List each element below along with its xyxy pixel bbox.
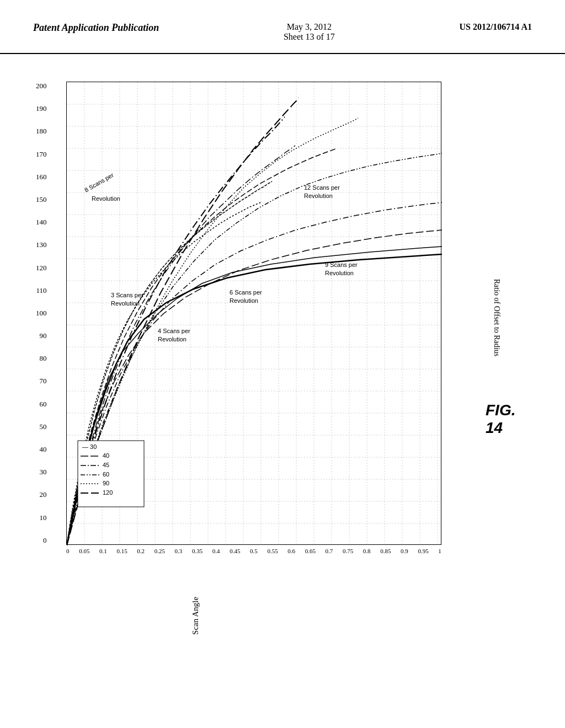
svg-text:Revolution: Revolution xyxy=(111,300,140,307)
svg-text:60: 60 xyxy=(103,471,109,478)
x-tick-075: 0.75 xyxy=(343,548,353,554)
svg-text:12 Scans per: 12 Scans per xyxy=(304,184,340,191)
svg-text:Revolution: Revolution xyxy=(325,270,354,276)
x-tick-045: 0.45 xyxy=(230,548,240,554)
y-tick-170: 170 xyxy=(36,150,47,159)
chart-container: 200 190 180 170 160 150 140 130 120 110 … xyxy=(66,82,486,589)
y-tick-200: 200 xyxy=(36,82,47,90)
x-tick-1: 1 xyxy=(438,548,441,554)
svg-text:— 30: — 30 xyxy=(82,443,97,450)
svg-text:120: 120 xyxy=(103,489,113,496)
y-tick-110: 110 xyxy=(36,286,47,295)
svg-text:Revolution: Revolution xyxy=(304,192,333,199)
svg-text:8 Scans per: 8 Scans per xyxy=(83,172,115,194)
x-tick-02: 0.2 xyxy=(137,548,145,554)
x-tick-0: 0 xyxy=(66,548,70,554)
x-tick-095: 0.95 xyxy=(418,548,428,554)
chart-svg: — 30 40 45 60 90 120 8 Scans per Revolut… xyxy=(67,82,442,545)
y-tick-140: 140 xyxy=(36,218,47,227)
x-tick-09: 0.9 xyxy=(401,548,408,554)
x-tick-06: 0.6 xyxy=(287,548,295,554)
y-tick-30: 30 xyxy=(36,468,47,477)
x-axis-label: Scan Angle xyxy=(191,597,200,635)
x-tick-04: 0.4 xyxy=(212,548,220,554)
y-tick-70: 70 xyxy=(36,377,47,386)
chart-area: 200 190 180 170 160 150 140 130 120 110 … xyxy=(33,71,543,705)
sheet-number: Sheet 13 of 17 xyxy=(284,32,335,42)
y-tick-50: 50 xyxy=(36,422,47,431)
svg-text:6 Scans per: 6 Scans per xyxy=(230,289,262,296)
x-tick-08: 0.8 xyxy=(363,548,371,554)
y-tick-130: 130 xyxy=(36,240,47,249)
x-tick-07: 0.7 xyxy=(326,548,333,554)
x-tick-005: 0.05 xyxy=(79,548,89,554)
svg-text:90: 90 xyxy=(103,480,109,486)
header-center: May 3, 2012 Sheet 13 of 17 xyxy=(284,22,335,42)
svg-text:9 Scans per: 9 Scans per xyxy=(325,261,358,268)
y-tick-40: 40 xyxy=(36,445,47,454)
y-tick-180: 180 xyxy=(36,127,47,136)
svg-text:45: 45 xyxy=(103,462,109,468)
svg-text:Revolution: Revolution xyxy=(230,297,258,304)
x-tick-015: 0.15 xyxy=(116,548,127,554)
y-tick-160: 160 xyxy=(36,173,47,181)
y-tick-80: 80 xyxy=(36,354,47,363)
y-tick-60: 60 xyxy=(36,400,47,409)
x-tick-055: 0.55 xyxy=(267,548,278,554)
svg-text:40: 40 xyxy=(103,452,109,459)
svg-text:3 Scans per: 3 Scans per xyxy=(111,292,143,298)
y-tick-10: 10 xyxy=(36,513,47,522)
page-header: Patent Application Publication May 3, 20… xyxy=(0,0,565,54)
publication-date: May 3, 2012 xyxy=(287,22,332,32)
x-tick-065: 0.65 xyxy=(305,548,316,554)
publication-title: Patent Application Publication xyxy=(33,22,159,34)
x-tick-025: 0.25 xyxy=(154,548,165,554)
y-tick-190: 190 xyxy=(36,104,47,113)
y-tick-90: 90 xyxy=(36,331,47,340)
y-tick-0: 0 xyxy=(36,536,47,545)
y-tick-120: 120 xyxy=(36,264,47,272)
x-tick-035: 0.35 xyxy=(192,548,202,554)
y-tick-100: 100 xyxy=(36,309,47,318)
figure-label: FIG. 14 xyxy=(486,402,515,437)
patent-number: US 2012/106714 A1 xyxy=(459,22,532,32)
svg-text:4 Scans per: 4 Scans per xyxy=(158,328,190,334)
page-content: 200 190 180 170 160 150 140 130 120 110 … xyxy=(0,54,565,716)
svg-text:Revolution: Revolution xyxy=(92,195,120,202)
x-axis-ticks: 0 0.05 0.1 0.15 0.2 0.25 0.3 0.35 0.4 0.… xyxy=(66,548,441,554)
y-axis-ticks: 200 190 180 170 160 150 140 130 120 110 … xyxy=(36,82,47,545)
x-tick-01: 0.1 xyxy=(99,548,107,554)
y-axis-label-right: Ratio of Offset to Radius xyxy=(492,279,501,357)
x-tick-03: 0.3 xyxy=(175,548,183,554)
svg-rect-43 xyxy=(78,441,144,507)
y-tick-20: 20 xyxy=(36,490,47,499)
y-tick-150: 150 xyxy=(36,195,47,204)
chart-border: — 30 40 45 60 90 120 8 Scans per Revolut… xyxy=(66,82,441,545)
svg-text:Revolution: Revolution xyxy=(158,336,186,342)
x-tick-05: 0.5 xyxy=(250,548,258,554)
x-tick-085: 0.85 xyxy=(380,548,391,554)
